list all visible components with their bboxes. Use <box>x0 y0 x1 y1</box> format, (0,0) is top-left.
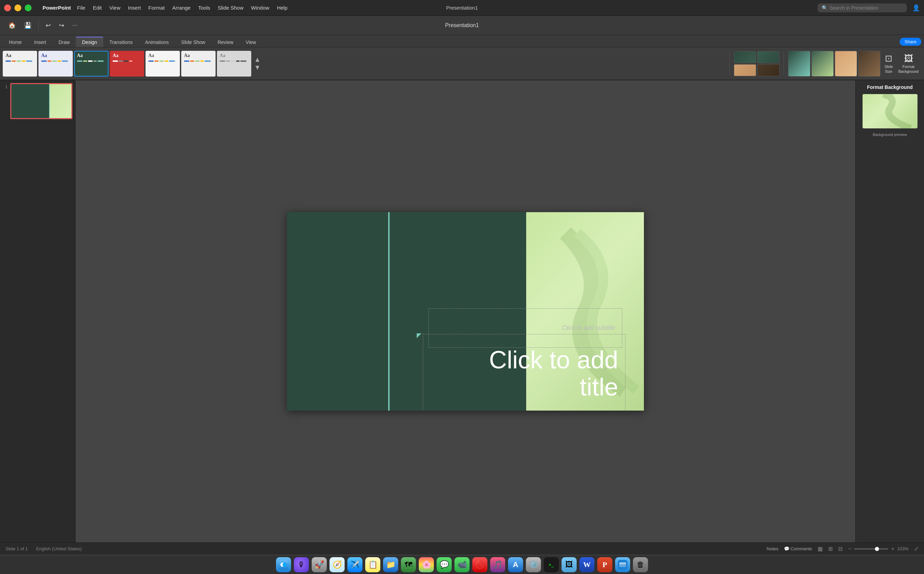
dock: 🎙 🚀 🧭 ✈️ 📋 📁 🗺 🌸 💬 📹 🚫 🎵 A ⚙️ >_ 🖼 <box>0 555 924 574</box>
tab-transitions[interactable]: Transitions <box>103 38 139 47</box>
subtitle-placeholder-text: Click to add subtitle <box>562 325 615 332</box>
zoom-in-button[interactable]: + <box>891 546 894 552</box>
variant-1[interactable] <box>734 51 756 63</box>
custom-variant-3[interactable] <box>835 51 857 77</box>
more-toolbar-button[interactable]: ⋯ <box>70 21 80 30</box>
app-name[interactable]: PowerPoint <box>43 5 71 11</box>
menu-tools[interactable]: Tools <box>195 3 214 12</box>
variant-4[interactable] <box>757 64 779 76</box>
dock-messages[interactable]: 💬 <box>437 557 452 572</box>
theme-swatch-1[interactable]: Aa <box>3 51 37 77</box>
dock-trash[interactable]: 🗑 <box>633 557 648 572</box>
tab-draw[interactable]: Draw <box>52 38 76 47</box>
toolbar-presentation-title: Presentation1 <box>445 22 479 28</box>
slide-canvas[interactable]: Click to add subtitle Click to addtitle <box>287 212 644 411</box>
menu-view[interactable]: View <box>106 3 124 12</box>
tab-slideshow[interactable]: Slide Show <box>175 38 211 47</box>
title-placeholder-text: Click to addtitle <box>489 346 618 401</box>
menu-arrange[interactable]: Arrange <box>169 3 194 12</box>
dock-mail[interactable]: ✈️ <box>347 557 362 572</box>
tab-insert[interactable]: Insert <box>28 38 52 47</box>
svg-rect-5 <box>619 562 626 565</box>
theme-swatch-6[interactable]: Aa <box>181 51 216 77</box>
menubar-items: File Edit View Insert Format Arrange Too… <box>74 3 291 12</box>
theme-swatch-5[interactable]: Aa <box>146 51 180 77</box>
fullscreen-icon[interactable]: ⤢ <box>914 546 919 552</box>
menu-help[interactable]: Help <box>274 3 291 12</box>
theme-swatch-2[interactable]: Aa <box>38 51 73 77</box>
minimize-button[interactable] <box>14 5 21 11</box>
menu-format[interactable]: Format <box>145 3 168 12</box>
zoom-out-button[interactable]: − <box>848 546 851 552</box>
tab-animations[interactable]: Animations <box>139 38 175 47</box>
slide-number-1: 1 <box>3 83 8 89</box>
format-background-button[interactable]: 🖼 FormatBackground <box>896 52 921 75</box>
slide-panel: 1 <box>0 80 76 542</box>
redo-button[interactable]: ↩ <box>56 20 67 30</box>
normal-view-icon[interactable]: ▦ <box>818 546 823 552</box>
svg-point-2 <box>282 563 286 567</box>
share-button[interactable]: Share <box>900 38 921 46</box>
zoom-slider[interactable] <box>854 548 888 550</box>
custom-variant-2[interactable] <box>811 51 834 77</box>
undo-button[interactable]: ↩ <box>43 20 54 30</box>
dock-finder2[interactable] <box>615 557 630 572</box>
theme-swatch-4[interactable]: Aa <box>110 51 144 77</box>
dock-systemprefs[interactable]: ⚙️ <box>526 557 541 572</box>
menu-insert[interactable]: Insert <box>124 3 145 12</box>
search-box[interactable]: 🔍 Search in Presentation <box>818 3 907 13</box>
dock-finder[interactable] <box>276 557 291 572</box>
slide-thumbnail-1[interactable] <box>10 83 72 119</box>
dock-powerpoint[interactable]: P <box>597 557 612 572</box>
tab-design[interactable]: Design <box>76 37 103 47</box>
dock-facetime[interactable]: 📹 <box>455 557 469 572</box>
tab-home[interactable]: Home <box>3 38 28 47</box>
dock-music[interactable]: 🎵 <box>490 557 505 572</box>
user-icon[interactable]: 👤 <box>912 4 920 12</box>
canvas-area[interactable]: Click to add subtitle Click to addtitle <box>76 80 855 542</box>
slide-size-button[interactable]: ⊡ SlideSize <box>882 52 896 75</box>
variant-3[interactable] <box>734 64 756 76</box>
fit-view-icon[interactable]: ⊟ <box>838 546 843 552</box>
home-icon[interactable]: 🏠 <box>5 20 19 30</box>
dock-terminal[interactable]: >_ <box>544 557 559 572</box>
dock-stickies[interactable]: 📋 <box>365 557 380 572</box>
slide-info: Slide 1 of 1 <box>5 546 28 551</box>
dock-preview[interactable]: 🖼 <box>562 557 577 572</box>
title-placeholder[interactable]: Click to addtitle <box>423 334 625 411</box>
notes-button[interactable]: Notes <box>767 546 778 551</box>
status-right: Notes 💬 Comments ▦ ⊞ ⊟ − + 103% ⤢ <box>767 546 919 552</box>
custom-variant-4[interactable] <box>858 51 880 77</box>
theme-swatch-3[interactable]: Aa <box>74 51 109 77</box>
dock-photos[interactable]: 🌸 <box>419 557 434 572</box>
tab-review[interactable]: Review <box>211 38 239 47</box>
dock-word[interactable]: W <box>579 557 595 572</box>
dock-files[interactable]: 📁 <box>383 557 398 572</box>
dock-launchpad[interactable]: 🚀 <box>312 557 327 572</box>
tab-view[interactable]: View <box>239 38 262 47</box>
theme-swatch-7[interactable]: Aa <box>217 51 251 77</box>
format-background-title: Format Background <box>867 84 913 90</box>
menu-slideshow[interactable]: Slide Show <box>214 3 247 12</box>
ribbon-separator-2 <box>784 52 784 76</box>
close-button[interactable] <box>4 5 11 11</box>
more-themes-button[interactable]: ▲ ▼ <box>253 51 262 77</box>
comments-button[interactable]: 💬 Comments <box>784 546 812 551</box>
window-controls <box>4 5 31 11</box>
chevron-up-icon: ▲ <box>254 55 261 63</box>
menu-file[interactable]: File <box>74 3 89 12</box>
custom-variant-1[interactable] <box>788 51 811 77</box>
menu-edit[interactable]: Edit <box>90 3 105 12</box>
dock-appstore[interactable]: A <box>508 557 523 572</box>
dock-safari[interactable]: 🧭 <box>329 557 345 572</box>
dock-donotdisturb[interactable]: 🚫 <box>472 557 487 572</box>
grid-view-icon[interactable]: ⊞ <box>828 546 833 552</box>
format-background-icon: 🖼 <box>904 53 913 64</box>
save-icon[interactable]: 💾 <box>21 20 34 30</box>
maximize-button[interactable] <box>25 5 31 11</box>
format-background-label: FormatBackground <box>898 65 919 74</box>
dock-siri[interactable]: 🎙 <box>294 557 309 572</box>
variant-2[interactable] <box>757 51 779 63</box>
dock-maps[interactable]: 🗺 <box>401 557 416 572</box>
menu-window[interactable]: Window <box>247 3 272 12</box>
